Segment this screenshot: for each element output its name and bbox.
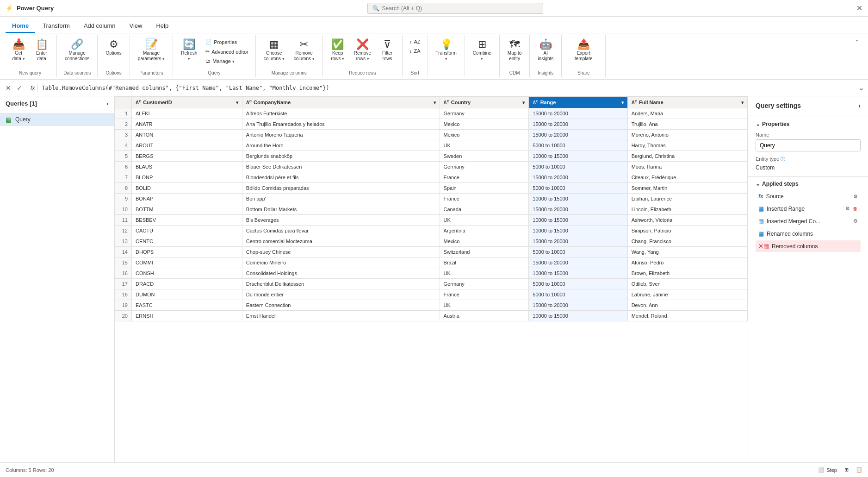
name-label: Name	[756, 132, 861, 138]
sort-az-button[interactable]: ↑ AZ	[406, 37, 424, 46]
tab-home[interactable]: Home	[6, 19, 35, 33]
queries-collapse-button[interactable]: ‹	[107, 100, 109, 107]
table-row: 16 CONSH Consolidated Holdings UK 10000 …	[115, 268, 748, 279]
step-removed-columns[interactable]: ✕▦ Removed columns	[756, 240, 861, 252]
customerid-dropdown-icon[interactable]: ▾	[236, 100, 238, 105]
combine-icon: ⊞	[478, 39, 486, 50]
enter-data-button[interactable]: 📋 Enterdata	[31, 37, 53, 64]
formula-input[interactable]	[42, 85, 855, 91]
export-template-button[interactable]: 📤 Export template	[565, 37, 601, 64]
cell-fullname: Wang, Yang	[627, 247, 747, 257]
combine-button[interactable]: ⊞ Combine▾	[469, 37, 496, 64]
step-renamed-columns[interactable]: ▦ Renamed columns	[756, 228, 861, 239]
sort-za-button[interactable]: ↓ ZA	[406, 46, 424, 56]
get-data-icon: 📥	[12, 39, 25, 50]
cell-range: 15000 to 20000	[529, 172, 627, 183]
manage-parameters-button[interactable]: 📝 Manageparameters ▾	[134, 37, 169, 64]
search-icon: 🔍	[372, 5, 379, 12]
map-to-entity-button[interactable]: 🗺 Map toentity	[503, 37, 526, 64]
choose-columns-button[interactable]: ▦ Choosecolumns ▾	[260, 37, 289, 64]
row-number: 13	[115, 236, 132, 247]
table-view-button[interactable]: 📋	[856, 467, 862, 473]
manage-connections-button[interactable]: 🔗 Manageconnections	[61, 37, 93, 64]
country-dropdown-icon[interactable]: ▾	[522, 100, 525, 105]
search-box[interactable]: 🔍	[367, 3, 543, 14]
col-header-range[interactable]: AC Range ▾	[529, 97, 627, 108]
manage-button[interactable]: 🗂 Manage ▾	[202, 56, 252, 66]
cell-range: 5000 to 10000	[529, 279, 627, 289]
remove-rows-button[interactable]: ❌ Removerows ▾	[350, 37, 375, 64]
table-row: 2 ANATR Ana Trujillo Emaredados y helado…	[115, 119, 748, 130]
options-button[interactable]: ⚙ Options	[101, 37, 125, 58]
close-button[interactable]: ✕	[856, 4, 862, 13]
share-label: Share	[565, 69, 601, 75]
step-inserted-merged[interactable]: ▦ Inserted Merged Co... ⚙	[756, 215, 861, 227]
ai-insights-button[interactable]: 🤖 AIinsights	[533, 37, 558, 64]
status-bar: Columns: 5 Rows: 20 ⬜ Step ⊞ 📋	[0, 462, 868, 477]
row-number: 4	[115, 140, 132, 151]
companyname-dropdown-icon[interactable]: ▾	[434, 100, 436, 105]
table-row: 9 BONAP Bon app' France 10000 to 15000 L…	[115, 194, 748, 204]
formula-confirm-button[interactable]: ✓	[15, 83, 24, 93]
fullname-dropdown-icon[interactable]: ▾	[741, 100, 744, 105]
get-data-button[interactable]: 📥 Getdata ▾	[7, 37, 30, 64]
remove-columns-button[interactable]: ✂ Removecolumns ▾	[290, 37, 319, 64]
diagram-view-button[interactable]: ⊞	[844, 467, 849, 473]
queries-header: Queries [1] ‹	[0, 96, 114, 111]
ribbon-group-options: ⚙ Options Options	[98, 35, 130, 77]
col-header-fullname[interactable]: AC Full Name ▾	[627, 97, 747, 108]
formula-cancel-button[interactable]: ✕	[4, 83, 13, 93]
step-delete-icon[interactable]: 🗑	[853, 206, 858, 212]
cell-fullname: Hardy, Thomas	[627, 140, 747, 151]
properties-button[interactable]: 📄 Properties	[202, 37, 252, 47]
row-number: 12	[115, 226, 132, 236]
col-header-customerid[interactable]: AC CustomerID ▾	[132, 97, 242, 108]
col-header-country[interactable]: AC Country ▾	[440, 97, 529, 108]
step-source[interactable]: fx Source ⚙	[756, 191, 861, 202]
transform-button[interactable]: 💡 Transform▾	[432, 37, 461, 64]
cell-fullname: Chang, Francisco	[627, 236, 747, 247]
step-button[interactable]: ⬜ Step	[818, 467, 837, 473]
tab-view[interactable]: View	[123, 19, 149, 33]
data-grid-wrapper[interactable]: AC CustomerID ▾ AC CompanyName ▾	[115, 96, 748, 462]
query-name-input[interactable]	[756, 139, 861, 151]
ribbon-group-share: 📤 Export template Share	[562, 35, 606, 77]
cell-companyname: Alfreds Futterkiste	[242, 108, 440, 119]
step-gear-icon[interactable]: ⚙	[853, 194, 858, 200]
ribbon-group-cdm: 🗺 Map toentity CDM	[500, 35, 530, 77]
cell-customerid: DUMON	[132, 289, 242, 300]
keep-rows-button[interactable]: ✅ Keeprows ▾	[327, 37, 349, 64]
ribbon-collapse-button[interactable]: ⌃	[851, 37, 862, 47]
step-gear-icon[interactable]: ⚙	[853, 218, 858, 224]
transform-icon: 💡	[440, 39, 453, 50]
query-item[interactable]: ▦ Query	[0, 113, 114, 126]
filter-rows-button[interactable]: ⊽ Filterrows	[376, 37, 398, 64]
formula-expand-button[interactable]: ⌄	[858, 83, 864, 92]
step-gear-icon[interactable]: ⚙	[845, 206, 850, 212]
settings-expand-icon[interactable]: ›	[858, 102, 861, 109]
step-inserted-range[interactable]: ▦ Inserted Range ⚙🗑	[756, 203, 861, 214]
row-number: 18	[115, 289, 132, 300]
cell-range: 10000 to 15000	[529, 311, 627, 321]
search-input[interactable]	[382, 5, 538, 12]
tab-add-column[interactable]: Add column	[77, 19, 122, 33]
advanced-editor-button[interactable]: ✏ Advanced editor	[202, 47, 252, 56]
tab-help[interactable]: Help	[149, 19, 175, 33]
ribbon-group-combine: ⊞ Combine▾	[465, 35, 500, 77]
refresh-button[interactable]: 🔄 Refresh▾	[177, 37, 201, 64]
advanced-editor-icon: ✏	[205, 49, 210, 55]
query-group-label: Query	[177, 69, 252, 75]
row-num-header	[115, 97, 132, 108]
row-number: 14	[115, 247, 132, 257]
col-header-companyname[interactable]: AC CompanyName ▾	[242, 97, 440, 108]
choose-columns-icon: ▦	[269, 39, 279, 50]
cell-fullname: Sommer, Martin	[627, 183, 747, 194]
cell-country: Germany	[440, 108, 529, 119]
table-row: 12 CACTU Cactus Comidas para llevar Arge…	[115, 226, 748, 236]
range-dropdown-icon[interactable]: ▾	[621, 100, 624, 105]
tab-transform[interactable]: Transform	[36, 19, 76, 33]
cell-companyname: Ana Trujillo Emaredados y helados	[242, 119, 440, 130]
cell-country: UK	[440, 215, 529, 226]
keep-rows-icon: ✅	[331, 39, 344, 50]
export-template-icon: 📤	[577, 39, 590, 50]
